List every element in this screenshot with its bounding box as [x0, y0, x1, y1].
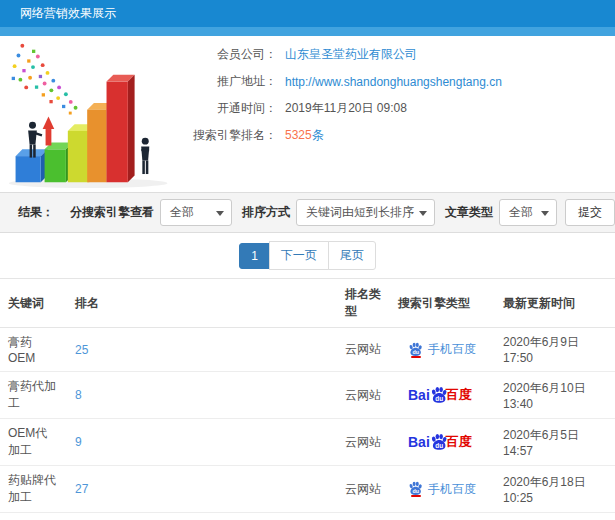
mobile-baidu-label: 手机百度	[428, 481, 476, 498]
keyword-cell: 北京膏药贴牌	[0, 513, 67, 520]
info-row-company: 会员公司： 山东皇圣堂药业有限公司	[185, 46, 615, 63]
member-info-list: 会员公司： 山东皇圣堂药业有限公司 推广地址： http://www.shand…	[185, 46, 615, 154]
keyword-cell: OEM代加工	[0, 419, 67, 466]
rank-link[interactable]: 8	[75, 388, 82, 402]
rank-cell: 27	[67, 466, 337, 513]
table-row: OEM代加工 9 云网站 Baidu百度 2020年6月5日 14:57	[0, 419, 615, 466]
page-last-button[interactable]: 尾页	[328, 241, 376, 270]
baidu-paw-icon: du	[408, 342, 423, 357]
rank-link[interactable]: 9	[75, 435, 82, 449]
updated-cell: 2020年6月18日 10:25	[495, 466, 615, 513]
rank-count-value: 5325	[285, 128, 312, 142]
header-rank: 排名	[67, 279, 337, 328]
svg-text:du: du	[435, 395, 443, 402]
engine-cell: Baidu百度	[390, 513, 495, 520]
updated-cell: 2020年6月5日 14:57	[495, 419, 615, 466]
updated-cell: 2020年6月11日 11:18	[495, 513, 615, 520]
mobile-baidu-paw: du	[408, 481, 423, 497]
baidu-logo-bai: Bai	[408, 434, 430, 450]
sort-select-value: 关键词由短到长排序	[306, 205, 414, 219]
pagination: 1 下一页 尾页	[0, 233, 615, 278]
promo-url-label: 推广地址：	[185, 73, 277, 90]
page-number-current[interactable]: 1	[239, 243, 270, 269]
rank-type-cell: 云网站	[337, 372, 390, 419]
header-updated: 最新更新时间	[495, 279, 615, 328]
mobile-baidu-paw: du	[408, 341, 423, 357]
keyword-cell: 药贴牌代加工	[0, 466, 67, 513]
rank-cell: 8	[67, 372, 337, 419]
rank-cell: 25	[67, 328, 337, 372]
open-time-value: 2019年11月20日 09:08	[285, 100, 407, 117]
chevron-down-icon	[216, 211, 224, 216]
rank-type-cell: 云网站	[337, 419, 390, 466]
article-type-select[interactable]: 全部	[499, 199, 557, 226]
table-header-row: 关键词 排名 排名类型 搜索引擎类型 最新更新时间	[0, 279, 615, 328]
rank-link[interactable]: 25	[75, 343, 88, 357]
updated-cell: 2020年6月9日 17:50	[495, 328, 615, 372]
rank-type-cell: 云网站	[337, 466, 390, 513]
mobile-baidu-label: 手机百度	[428, 341, 476, 358]
bar-red	[107, 75, 135, 182]
open-time-label: 开通时间：	[185, 100, 277, 117]
baidu-logo: Baidu百度	[408, 433, 472, 451]
mobile-baidu-logo: du手机百度	[408, 481, 476, 498]
engine-view-label: 分搜索引擎查看	[70, 204, 154, 221]
growth-chart-illustration	[0, 40, 185, 190]
engine-cell: du手机百度	[390, 328, 495, 372]
chevron-down-icon	[419, 211, 427, 216]
page-next-button[interactable]: 下一页	[269, 241, 329, 270]
rank-cell: 9	[67, 419, 337, 466]
submit-button[interactable]: 提交	[565, 199, 615, 226]
chevron-down-icon	[541, 211, 549, 216]
svg-text:du: du	[412, 349, 419, 355]
info-row-open-time: 开通时间： 2019年11月20日 09:08	[185, 100, 615, 117]
page-title: 网络营销效果展示	[20, 6, 116, 20]
company-label: 会员公司：	[185, 46, 277, 63]
header-rank-type: 排名类型	[337, 279, 390, 328]
confetti-dots	[12, 44, 78, 115]
table-row: 膏药代加工 8 云网站 Baidu百度 2020年6月10日 13:40	[0, 372, 615, 419]
info-row-url: 推广地址： http://www.shandonghuangshengtang.…	[185, 73, 615, 90]
results-table: 关键词 排名 排名类型 搜索引擎类型 最新更新时间 膏药OEM 25 云网站 d…	[0, 278, 615, 520]
sort-select[interactable]: 关键词由短到长排序	[296, 199, 435, 226]
mobile-baidu-logo: du手机百度	[408, 341, 476, 358]
rank-count-suffix: 条	[312, 128, 324, 142]
engine-cell: Baidu百度	[390, 372, 495, 419]
table-row: 北京膏药贴牌 1 云网站 Baidu百度 2020年6月11日 11:18	[0, 513, 615, 520]
header-accent-strip	[0, 27, 615, 36]
baidu-logo-cn: 百度	[446, 386, 472, 404]
keyword-cell: 膏药OEM	[0, 328, 67, 372]
updated-cell: 2020年6月10日 13:40	[495, 372, 615, 419]
engine-view-select-value: 全部	[170, 205, 194, 219]
table-row: 药贴牌代加工 27 云网站 du手机百度 2020年6月18日 10:25	[0, 466, 615, 513]
engine-cell: du手机百度	[390, 466, 495, 513]
filter-bar: 结果： 分搜索引擎查看 全部 排序方式 关键词由短到长排序 文章类型 全部 提交	[0, 192, 615, 233]
svg-text:du: du	[412, 488, 419, 494]
engine-view-select[interactable]: 全部	[160, 199, 232, 226]
rank-type-cell: 云网站	[337, 513, 390, 520]
company-link[interactable]: 山东皇圣堂药业有限公司	[285, 46, 417, 63]
businessman-right	[141, 138, 149, 174]
info-row-rank-count: 搜索引擎排名： 5325条	[185, 127, 615, 144]
baidu-logo-cn: 百度	[446, 433, 472, 451]
table-row: 膏药OEM 25 云网站 du手机百度 2020年6月9日 17:50	[0, 328, 615, 372]
results-table-body: 膏药OEM 25 云网站 du手机百度 2020年6月9日 17:50 膏药代加…	[0, 328, 615, 520]
article-type-select-value: 全部	[509, 205, 533, 219]
keyword-cell: 膏药代加工	[0, 372, 67, 419]
engine-cell: Baidu百度	[390, 419, 495, 466]
rank-cell: 1	[67, 513, 337, 520]
header-engine-type: 搜索引擎类型	[390, 279, 495, 328]
promo-url-link[interactable]: http://www.shandonghuangshengtang.cn	[285, 75, 502, 89]
rank-count-label: 搜索引擎排名：	[185, 127, 277, 144]
page-header: 网络营销效果展示	[0, 0, 615, 27]
svg-text:du: du	[435, 442, 443, 449]
sort-label: 排序方式	[242, 204, 290, 221]
header-keyword: 关键词	[0, 279, 67, 328]
baidu-logo-bai: Bai	[408, 387, 430, 403]
rank-type-cell: 云网站	[337, 328, 390, 372]
info-section: 会员公司： 山东皇圣堂药业有限公司 推广地址： http://www.shand…	[0, 36, 615, 192]
article-type-label: 文章类型	[445, 204, 493, 221]
rank-link[interactable]: 27	[75, 482, 88, 496]
up-arrow-icon	[43, 116, 55, 145]
baidu-logo: Baidu百度	[408, 386, 472, 404]
